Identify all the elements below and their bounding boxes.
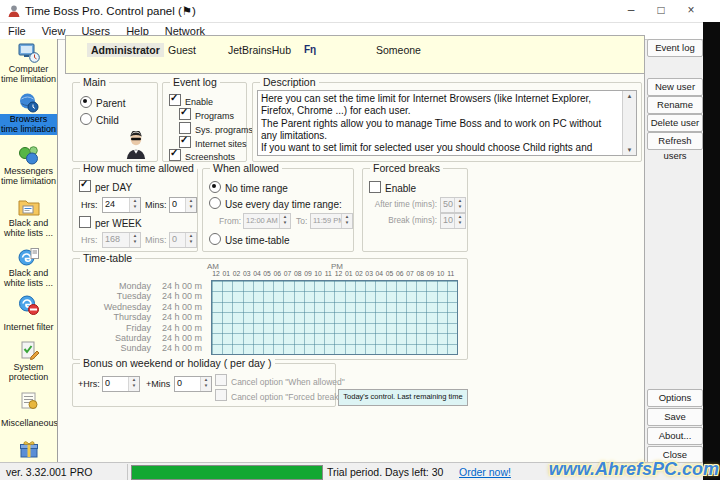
sidebar-item-miscellaneous[interactable]: Miscellaneous xyxy=(0,390,57,430)
spin-down-icon[interactable]: ▼ xyxy=(342,220,352,226)
sidebar-item-time-presets[interactable]: Time presets xyxy=(0,438,57,462)
maximize-button[interactable]: □ xyxy=(646,0,676,22)
cancel-forced-breaks-checkbox[interactable]: Cancel option "Forced breaks" xyxy=(215,389,346,403)
forced-breaks-group: Forced breaks Enable After time (mins): … xyxy=(362,168,468,252)
from-label: From: xyxy=(219,216,241,226)
spin-down-icon[interactable]: ▼ xyxy=(455,220,465,226)
eventlog-internet-sites-checkbox[interactable]: Internet sites xyxy=(179,136,247,150)
minimize-button[interactable]: – xyxy=(616,0,646,22)
sidebar-item-internet-filter[interactable]: Internet filter xyxy=(0,294,57,334)
sidebar-item-system-protection[interactable]: System protection xyxy=(0,340,57,384)
bonus-mins-label: +Mins xyxy=(146,379,170,389)
sidebar-item-messengers-time[interactable]: Messengers time limitation xyxy=(0,144,57,188)
spin-down-icon[interactable]: ▼ xyxy=(201,383,211,389)
child-radio[interactable]: Child xyxy=(80,113,119,127)
bonus-group: Bonus on weekend or holiday ( per day ) … xyxy=(72,363,336,407)
day-mins-label: Mins: xyxy=(145,200,167,210)
spin-down-icon[interactable]: ▼ xyxy=(280,220,290,226)
cancel-when-allowed-checkbox[interactable]: Cancel option "When allowed" xyxy=(215,374,345,388)
break-spinner[interactable]: 10▲▼ xyxy=(440,213,466,229)
eventlog-enable-checkbox[interactable]: Enable xyxy=(169,94,213,108)
no-time-range-radio[interactable]: No time range xyxy=(209,181,288,195)
every-day-range-radio[interactable]: Use every day time range: xyxy=(209,197,342,211)
to-time-spinner[interactable]: 11:59 PM▲▼ xyxy=(310,213,353,229)
spin-down-icon[interactable]: ▼ xyxy=(130,204,140,210)
description-textarea[interactable]: Here you can set the time limit for Inte… xyxy=(257,90,637,156)
after-time-spinner[interactable]: 50▲▼ xyxy=(440,197,466,213)
trial-label: Trial period. Days left: 30 xyxy=(327,466,443,478)
eventlog-screenshots-checkbox[interactable]: Screenshots xyxy=(169,149,235,163)
hour-label: 05 xyxy=(262,270,272,279)
refresh-users-button[interactable]: Refresh users xyxy=(647,132,703,150)
timetable-grid[interactable] xyxy=(211,280,458,355)
desktop-background-strip xyxy=(703,22,720,480)
sidebar-item-browsers-time[interactable]: Browsers time limitation xyxy=(0,92,57,136)
description-scrollbar[interactable]: ▲ ▼ xyxy=(622,91,636,155)
spin-down-icon[interactable]: ▼ xyxy=(186,239,196,245)
forced-breaks-enable-checkbox[interactable]: Enable xyxy=(369,181,416,195)
parent-radio-circle[interactable] xyxy=(80,96,92,108)
timetable-row-thursday[interactable]: Thursday24 h 00 m xyxy=(81,312,202,322)
week-hours-spinner[interactable]: 168▲▼ xyxy=(102,232,141,248)
timetable-row-tuesday[interactable]: Tuesday24 h 00 m xyxy=(81,291,202,301)
about-button[interactable]: About... xyxy=(647,427,703,445)
event-log-button[interactable]: Event log xyxy=(647,39,703,57)
todays-control-button[interactable]: Today's control. Last remaining time xyxy=(338,389,468,406)
trial-progress-bar xyxy=(131,465,323,480)
hour-label: 05 xyxy=(384,270,394,279)
week-mins-spinner[interactable]: 0▲▼ xyxy=(169,232,197,248)
order-now-link[interactable]: Order now! xyxy=(459,466,511,478)
parent-radio[interactable]: Parent xyxy=(80,96,125,110)
event-log-group: Event log Enable Programs Sys. programs … xyxy=(162,82,247,162)
day-hours-spinner[interactable]: 24▲▼ xyxy=(102,197,141,213)
timetable-row-sunday[interactable]: Sunday24 h 00 m xyxy=(81,343,202,353)
per-day-checkbox[interactable]: per DAY xyxy=(79,180,132,194)
internet-filter-icon xyxy=(18,294,40,316)
bonus-hours-spinner[interactable]: 0▲▼ xyxy=(102,376,140,392)
timetable-row-saturday[interactable]: Saturday24 h 00 m xyxy=(81,333,202,343)
eventlog-sys-programs-checkbox[interactable]: Sys. programs xyxy=(179,122,253,136)
child-radio-circle[interactable] xyxy=(80,113,92,125)
week-hrs-label: Hrs: xyxy=(81,235,98,245)
day-mins-spinner[interactable]: 0▲▼ xyxy=(169,197,197,213)
tab-unicode-user[interactable]: Fη xyxy=(300,43,320,56)
menu-file[interactable]: File xyxy=(0,24,34,38)
options-button[interactable]: Options xyxy=(647,389,703,407)
rename-user-button[interactable]: Rename user xyxy=(647,96,703,114)
hour-label: 08 xyxy=(415,270,425,279)
eventlog-programs-checkbox[interactable]: Programs xyxy=(179,108,234,122)
spin-down-icon[interactable]: ▼ xyxy=(186,204,196,210)
hour-label: 03 xyxy=(242,270,252,279)
timetable-row-friday[interactable]: Friday24 h 00 m xyxy=(81,323,202,333)
sidebar-item-black-white-lists-programs[interactable]: Black and white lists ... xyxy=(0,196,57,240)
spin-down-icon[interactable]: ▼ xyxy=(130,239,140,245)
tab-jetbrainshub[interactable]: JetBrainsHub xyxy=(224,43,295,57)
use-timetable-radio[interactable]: Use time-table xyxy=(209,233,289,247)
hour-label: 01 xyxy=(344,270,354,279)
tab-guest[interactable]: Guest xyxy=(164,43,200,57)
per-week-checkbox[interactable]: per WEEK xyxy=(79,216,142,230)
version-label: ver. 3.32.001 PRO xyxy=(6,466,92,478)
delete-user-button[interactable]: Delete user xyxy=(647,114,703,132)
sidebar-item-black-white-lists-sites[interactable]: Black and white lists ... xyxy=(0,246,57,290)
hour-label: 06 xyxy=(272,270,282,279)
tab-administrator[interactable]: Administrator xyxy=(87,43,164,57)
spin-down-icon[interactable]: ▼ xyxy=(129,383,139,389)
tab-someone[interactable]: Someone xyxy=(372,43,425,57)
hour-label: 04 xyxy=(252,270,262,279)
from-time-spinner[interactable]: 12:00 AM▲▼ xyxy=(243,213,291,229)
hour-label: 06 xyxy=(395,270,405,279)
hour-label: 01 xyxy=(221,270,231,279)
timetable-row-wednesday[interactable]: Wednesday24 h 00 m xyxy=(81,302,202,312)
save-button[interactable]: Save xyxy=(647,408,703,426)
new-user-button[interactable]: New user xyxy=(647,78,703,96)
sidebar-item-computer-time[interactable]: Computer time limitation xyxy=(0,42,57,86)
close-button[interactable]: × xyxy=(676,0,706,22)
scroll-down-icon[interactable]: ▼ xyxy=(623,145,636,155)
spin-down-icon[interactable]: ▼ xyxy=(455,204,465,210)
hour-label: 07 xyxy=(282,270,292,279)
scroll-up-icon[interactable]: ▲ xyxy=(623,91,636,101)
description-text: Here you can set the time limit for Inte… xyxy=(258,91,623,156)
bonus-mins-spinner[interactable]: 0▲▼ xyxy=(174,376,212,392)
timetable-row-monday[interactable]: Monday24 h 00 m xyxy=(81,281,202,291)
